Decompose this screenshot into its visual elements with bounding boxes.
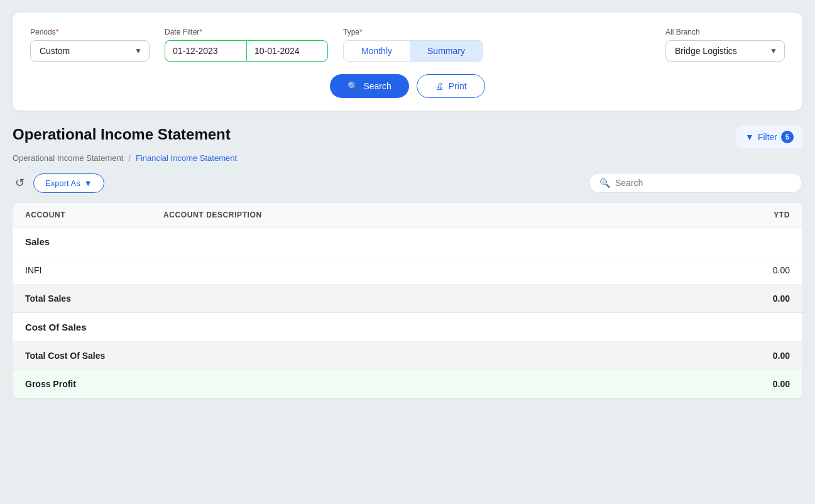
section-cos-title: Cost Of Sales <box>25 322 87 332</box>
date-filter-group: Date Filter* <box>165 28 328 62</box>
breadcrumb: Operational Income Statement / Financial… <box>13 153 802 163</box>
action-row: 🔍 Search 🖨 Print <box>30 74 785 98</box>
page-header: Operational Income Statement ▼ Filter 5 <box>13 126 802 148</box>
page-title: Operational Income Statement <box>13 126 231 143</box>
data-table: ACCOUNT ACCOUNT DESCRIPTION YTD Sales IN… <box>13 203 802 398</box>
filter-row: Periods* Custom ▼ Date Filter* <box>30 28 785 62</box>
type-monthly-button[interactable]: Monthly <box>344 41 410 61</box>
export-chevron-icon: ▼ <box>84 178 92 188</box>
table-header: ACCOUNT ACCOUNT DESCRIPTION YTD <box>13 203 802 227</box>
breadcrumb-separator: / <box>128 153 131 163</box>
date-to-input[interactable] <box>246 40 328 62</box>
gross-profit-value: 0.00 <box>702 379 790 389</box>
total-cos-row: Total Cost Of Sales 0.00 <box>13 342 802 370</box>
date-filter-label: Date Filter* <box>165 28 328 36</box>
description-cell <box>163 265 702 275</box>
periods-select[interactable]: Custom <box>30 40 150 62</box>
table-search-input[interactable] <box>615 178 792 188</box>
account-cell: INFI <box>25 265 163 275</box>
filter-badge-button[interactable]: ▼ Filter 5 <box>736 126 802 148</box>
total-sales-row: Total Sales 0.00 <box>13 285 802 313</box>
type-group: Type* Monthly Summary <box>343 28 483 62</box>
col-ytd-header: YTD <box>702 211 790 219</box>
periods-group: Periods* Custom ▼ <box>30 28 150 62</box>
type-summary-button[interactable]: Summary <box>410 41 483 61</box>
periods-label: Periods* <box>30 28 150 36</box>
gross-profit-row: Gross Profit 0.00 <box>13 370 802 398</box>
search-button[interactable]: 🔍 Search <box>330 74 408 98</box>
col-description-header: ACCOUNT DESCRIPTION <box>163 211 702 219</box>
gross-profit-label: Gross Profit <box>25 379 702 389</box>
section-cost-of-sales: Cost Of Sales <box>13 313 802 342</box>
date-inputs <box>165 40 328 62</box>
print-button[interactable]: 🖨 Print <box>417 74 485 98</box>
table-search-box: 🔍 <box>589 173 802 193</box>
filter-icon: ▼ <box>745 132 754 142</box>
branch-select[interactable]: Bridge Logistics <box>665 40 785 62</box>
search-icon: 🔍 <box>599 178 610 188</box>
branch-label: All Branch <box>665 28 785 36</box>
branch-group: All Branch Bridge Logistics ▼ <box>665 28 785 62</box>
breadcrumb-current: Operational Income Statement <box>13 153 123 163</box>
toolbar-left: ↺ Export As ▼ <box>13 173 104 193</box>
refresh-icon: ↺ <box>15 177 25 189</box>
section-sales: Sales <box>13 227 802 256</box>
breadcrumb-link[interactable]: Financial Income Statement <box>136 153 237 163</box>
ytd-cell: 0.00 <box>702 265 790 275</box>
table-row: INFI 0.00 <box>13 256 802 285</box>
total-sales-label: Total Sales <box>25 293 702 304</box>
total-cos-value: 0.00 <box>702 351 790 361</box>
main-content: Operational Income Statement ▼ Filter 5 … <box>13 126 802 398</box>
type-label: Type* <box>343 28 483 36</box>
refresh-button[interactable]: ↺ <box>13 173 27 192</box>
section-sales-title: Sales <box>25 236 50 247</box>
print-icon: 🖨 <box>435 81 444 91</box>
total-sales-value: 0.00 <box>702 293 790 304</box>
col-account-header: ACCOUNT <box>25 211 163 219</box>
date-from-input[interactable] <box>165 40 246 62</box>
filter-count-badge: 5 <box>781 131 794 143</box>
search-icon: 🔍 <box>347 81 358 91</box>
type-buttons: Monthly Summary <box>343 40 483 62</box>
toolbar: ↺ Export As ▼ 🔍 <box>13 173 802 193</box>
export-button[interactable]: Export As ▼ <box>33 173 104 193</box>
periods-select-wrapper: Custom ▼ <box>30 40 150 62</box>
total-cos-label: Total Cost Of Sales <box>25 351 702 361</box>
filter-card: Periods* Custom ▼ Date Filter* <box>13 13 802 111</box>
page-wrapper: Periods* Custom ▼ Date Filter* <box>0 0 815 411</box>
branch-select-wrapper: Bridge Logistics ▼ <box>665 40 785 62</box>
